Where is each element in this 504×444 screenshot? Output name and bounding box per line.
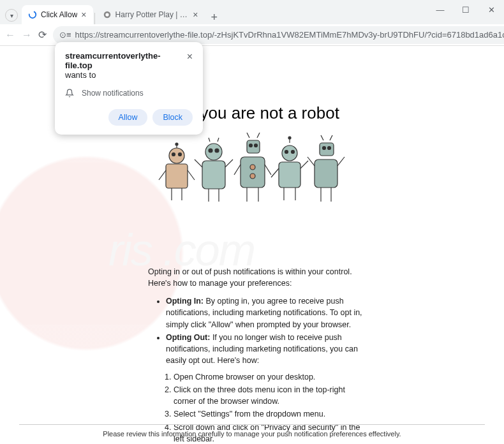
list-item: Opting In: By opting in, you agree to re… xyxy=(166,295,365,330)
step-item: Click on the three dots menu icon in the… xyxy=(174,384,365,407)
url-text: https://streamcurrentoverlythe-file.top/… xyxy=(75,30,504,40)
svg-rect-13 xyxy=(202,161,225,189)
svg-point-25 xyxy=(249,144,253,147)
minimize-button[interactable]: — xyxy=(427,0,453,19)
svg-rect-35 xyxy=(279,162,300,188)
block-button[interactable]: Block xyxy=(152,109,193,126)
svg-line-28 xyxy=(257,133,260,138)
svg-point-16 xyxy=(215,149,219,152)
tab-title: Click Allow xyxy=(41,10,77,19)
svg-point-37 xyxy=(285,151,288,154)
svg-line-9 xyxy=(159,170,166,180)
svg-point-14 xyxy=(205,144,222,160)
intro-text: Opting in or out of push notifications i… xyxy=(148,266,365,289)
svg-rect-3 xyxy=(166,164,188,188)
svg-line-42 xyxy=(300,161,308,168)
svg-rect-45 xyxy=(315,159,337,188)
site-info-icon[interactable]: ⊙≡ xyxy=(59,30,71,40)
svg-point-34 xyxy=(250,174,255,179)
tab-title: Harry Potter Play | Lyric Theatre xyxy=(115,10,189,19)
forward-button[interactable]: → xyxy=(22,29,32,41)
step-item: Select "Settings" from the dropdown menu… xyxy=(174,408,365,420)
list-item: Opting Out: If you no longer wish to rec… xyxy=(166,332,365,366)
svg-line-18 xyxy=(218,138,219,142)
svg-rect-23 xyxy=(241,157,265,188)
svg-point-48 xyxy=(328,147,331,150)
svg-line-49 xyxy=(321,135,323,140)
close-icon[interactable]: × xyxy=(81,10,86,20)
svg-point-6 xyxy=(179,153,182,156)
tab-separator xyxy=(94,13,95,24)
title-bar: ▾ Click Allow × Harry Potter Play | Lyri… xyxy=(0,0,504,24)
permission-label: Show notifications xyxy=(82,89,144,98)
svg-point-8 xyxy=(175,143,178,145)
reload-button[interactable]: ⟳ xyxy=(38,29,47,41)
back-button[interactable]: ← xyxy=(5,29,15,41)
footer-text: Please review this information carefully… xyxy=(19,424,485,438)
bell-icon xyxy=(65,89,74,98)
address-bar[interactable]: ⊙≡ https://streamcurrentoverlythe-file.t… xyxy=(53,26,504,44)
svg-rect-24 xyxy=(247,140,260,153)
svg-line-41 xyxy=(271,168,279,177)
new-tab-button[interactable]: + xyxy=(205,11,225,24)
svg-line-51 xyxy=(308,157,315,166)
svg-line-20 xyxy=(225,159,233,167)
permission-dialog: streamcurrentoverlythe-file.top wants to… xyxy=(55,42,203,135)
svg-line-50 xyxy=(330,135,332,140)
instructions-block: Opting in or out of push notifications i… xyxy=(148,266,365,444)
step-item: Open Chrome browser on your desktop. xyxy=(174,371,365,383)
svg-point-5 xyxy=(172,153,175,156)
svg-point-36 xyxy=(282,145,297,161)
svg-line-29 xyxy=(234,165,241,175)
tab-inactive[interactable]: Harry Potter Play | Lyric Theatre × xyxy=(96,5,205,24)
svg-rect-46 xyxy=(320,143,334,156)
robots-image xyxy=(156,129,348,218)
svg-line-52 xyxy=(337,157,345,166)
close-icon[interactable]: × xyxy=(187,51,193,63)
maximize-button[interactable]: ☐ xyxy=(453,0,478,19)
svg-point-4 xyxy=(169,148,184,163)
svg-point-2 xyxy=(105,13,108,16)
svg-line-19 xyxy=(195,159,202,167)
loading-icon xyxy=(28,10,37,19)
svg-point-33 xyxy=(250,165,255,170)
svg-point-38 xyxy=(292,151,295,154)
svg-line-17 xyxy=(209,138,210,142)
svg-point-26 xyxy=(255,144,258,147)
svg-point-0 xyxy=(29,11,36,18)
svg-line-27 xyxy=(247,133,249,138)
svg-point-15 xyxy=(209,149,212,152)
svg-point-47 xyxy=(323,147,326,150)
close-window-button[interactable]: ✕ xyxy=(478,0,504,19)
permission-origin: streamcurrentoverlythe-file.top xyxy=(65,51,187,70)
tab-active[interactable]: Click Allow × xyxy=(22,5,93,24)
favicon-icon xyxy=(103,10,112,19)
svg-point-40 xyxy=(288,137,291,139)
allow-button[interactable]: Allow xyxy=(108,109,148,126)
close-icon[interactable]: × xyxy=(193,10,198,20)
tab-search-icon[interactable]: ▾ xyxy=(5,9,18,22)
svg-line-30 xyxy=(265,165,271,175)
permission-wants: wants to xyxy=(65,70,187,80)
svg-line-10 xyxy=(188,170,195,180)
